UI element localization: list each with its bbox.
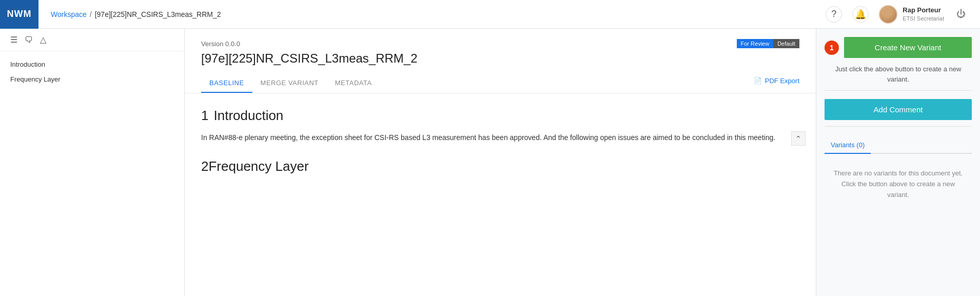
- tab-metadata[interactable]: METADATA: [327, 74, 380, 93]
- variants-section: Variants (0) There are no variants for t…: [825, 137, 972, 206]
- pdf-export-label: PDF Export: [765, 77, 799, 85]
- logo: NWM: [0, 0, 38, 29]
- breadcrumb-document: [97e][225]NR_CSIRS_L3meas_RRM_2: [95, 10, 221, 18]
- divider-1: [825, 90, 972, 91]
- nav-right: ? 🔔 Rap Porteur ETSI Secretariat ⏻: [826, 5, 980, 24]
- create-variant-button[interactable]: Create New Variant: [844, 37, 972, 58]
- doc-header: Version 0.0.0 For Review Default [97e][2…: [185, 29, 816, 93]
- power-icon[interactable]: ⏻: [954, 7, 968, 22]
- breadcrumb: Workspace / [97e][225]NR_CSIRS_L3meas_RR…: [38, 10, 826, 18]
- top-nav: NWM Workspace / [97e][225]NR_CSIRS_L3mea…: [0, 0, 980, 29]
- comment-icon[interactable]: 🗨: [25, 35, 33, 45]
- variants-tabs: Variants (0): [825, 137, 972, 154]
- sidebar: ☰ 🗨 △ Introduction Frequency Layer: [0, 29, 185, 296]
- section-1-heading: 1Introduction: [201, 108, 799, 124]
- badge-default: Default: [773, 39, 799, 48]
- tab-merge-variant[interactable]: MERGE VARIANT: [252, 74, 327, 93]
- main-layout: ☰ 🗨 △ Introduction Frequency Layer Versi…: [0, 29, 980, 296]
- variants-empty-message: There are no variants for this document …: [825, 162, 972, 206]
- avatar: [879, 5, 897, 24]
- pdf-icon: 📄: [754, 77, 762, 85]
- list-icon[interactable]: ☰: [10, 35, 17, 45]
- sidebar-item-frequency-layer[interactable]: Frequency Layer: [10, 74, 174, 84]
- step-badge: 1: [825, 41, 839, 55]
- section-2-heading: 2Frequency Layer: [201, 159, 799, 174]
- doc-version-row: Version 0.0.0 For Review Default: [201, 39, 799, 48]
- sidebar-toolbar: ☰ 🗨 △: [0, 29, 184, 51]
- status-badges: For Review Default: [737, 39, 799, 48]
- content-area: Version 0.0.0 For Review Default [97e][2…: [185, 29, 816, 296]
- add-comment-button[interactable]: Add Comment: [825, 99, 972, 120]
- user-info: Rap Porteur ETSI Secretariat: [903, 6, 944, 22]
- doc-content: 1Introduction In RAN#88-e plenary meetin…: [185, 93, 816, 296]
- doc-title: [97e][225]NR_CSIRS_L3meas_RRM_2: [201, 51, 799, 66]
- scroll-up-button[interactable]: ⌃: [791, 131, 806, 146]
- sidebar-nav: Introduction Frequency Layer: [0, 51, 184, 92]
- document-panel: Version 0.0.0 For Review Default [97e][2…: [185, 29, 816, 296]
- pdf-export-button[interactable]: 📄 PDF Export: [754, 77, 799, 90]
- help-icon[interactable]: ?: [826, 6, 842, 23]
- create-variant-hint: Just click the above button to create a …: [825, 64, 972, 84]
- user-name: Rap Porteur: [903, 6, 944, 15]
- doc-tabs: BASELINE MERGE VARIANT METADATA 📄 PDF Ex…: [201, 74, 799, 93]
- breadcrumb-separator: /: [90, 10, 92, 18]
- tab-baseline[interactable]: BASELINE: [201, 74, 252, 93]
- badge-review: For Review: [737, 39, 774, 48]
- warning-icon[interactable]: △: [40, 35, 46, 45]
- create-variant-row: 1 Create New Variant: [825, 37, 972, 58]
- right-panel: 1 Create New Variant Just click the abov…: [816, 29, 980, 296]
- tab-variants[interactable]: Variants (0): [825, 137, 871, 154]
- breadcrumb-workspace[interactable]: Workspace: [51, 10, 87, 18]
- sidebar-item-introduction[interactable]: Introduction: [10, 60, 174, 69]
- section-1-text: In RAN#88-e plenary meeting, the excepti…: [201, 132, 799, 144]
- user-block[interactable]: Rap Porteur ETSI Secretariat: [879, 5, 944, 24]
- user-role: ETSI Secretariat: [903, 15, 944, 22]
- notification-icon[interactable]: 🔔: [852, 6, 869, 23]
- doc-version: Version 0.0.0: [201, 40, 240, 48]
- divider-2: [825, 126, 972, 127]
